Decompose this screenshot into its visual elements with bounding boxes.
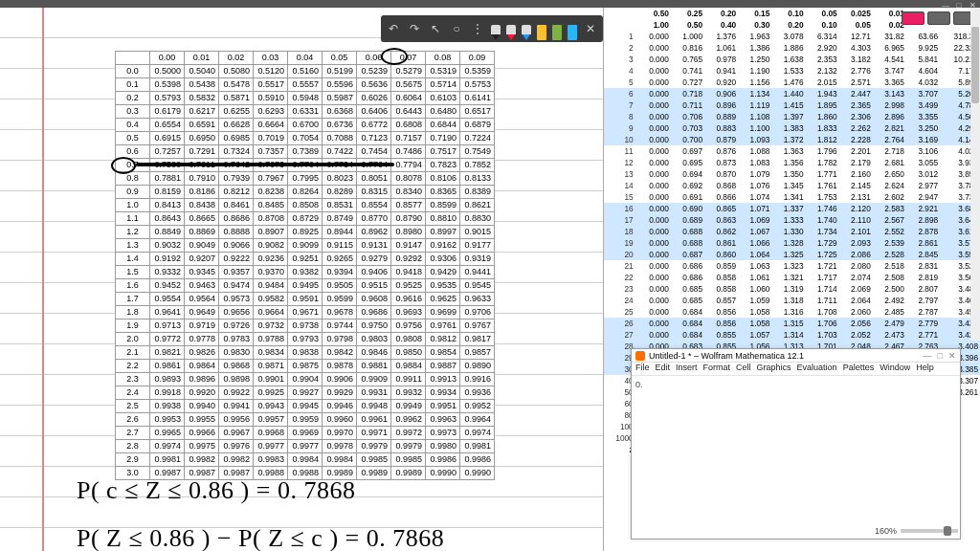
menu-item-palettes[interactable]: Palettes	[843, 363, 875, 375]
menu-item-insert[interactable]: Insert	[676, 363, 698, 375]
z-cell: 0.9989	[391, 467, 426, 480]
r-cell: 4.032	[906, 77, 940, 88]
mathematica-titlebar[interactable]: Untitled-1 * – Wolfram Mathematica 12.1 …	[632, 349, 960, 363]
scrollbar-thumb[interactable]	[971, 27, 979, 103]
z-cell: 0.9625	[426, 293, 460, 306]
z-col-header: 0.04	[288, 52, 323, 65]
highlighter-green[interactable]	[552, 21, 562, 40]
z-cell: 0.9971	[357, 427, 391, 440]
z-cell: 0.8106	[426, 172, 460, 186]
z-row-header: 2.2	[116, 360, 150, 373]
r-cell: 63.66	[906, 31, 940, 42]
z-cell: 0.9934	[426, 386, 460, 400]
z-col-header: 0.05	[323, 52, 357, 65]
z-cell: 0.9945	[288, 400, 323, 413]
vertical-scrollbar[interactable]	[970, 8, 980, 341]
z-cell: 0.9920	[185, 386, 219, 400]
r-cell: 0.000	[637, 249, 671, 260]
math-minimize[interactable]: —	[924, 351, 932, 361]
close-button[interactable]: ✕	[967, 1, 978, 7]
r-cell: 1.721	[806, 260, 839, 272]
z-cell: 0.5120	[254, 65, 288, 78]
menu-item-evaluation[interactable]: Evaluation	[797, 363, 837, 375]
highlighter-blue[interactable]	[568, 21, 577, 40]
r-cell: 0.000	[637, 122, 671, 134]
r-cell: 2.718	[873, 145, 906, 157]
z-cell: 0.6915	[150, 132, 185, 145]
lasso-tool[interactable]: ○	[449, 21, 464, 36]
r-cell: 2.779	[906, 318, 940, 329]
mathematica-notebook[interactable]: 0.	[632, 376, 960, 393]
z-cell: 0.9946	[323, 400, 357, 413]
r-cell: 2.110	[839, 214, 873, 226]
pen-red[interactable]	[506, 21, 516, 40]
z-cell: 0.9678	[323, 306, 357, 320]
mathematica-window[interactable]: Untitled-1 * – Wolfram Mathematica 12.1 …	[631, 348, 961, 540]
minimize-button[interactable]: —	[940, 1, 951, 7]
z-cell: 0.6950	[185, 132, 219, 145]
z-cell: 0.9875	[288, 360, 323, 373]
menu-item-format[interactable]: Format	[703, 363, 731, 375]
undo-button[interactable]: ↶	[386, 21, 401, 36]
z-cell: 0.9972	[391, 427, 426, 440]
z-cell: 0.6443	[391, 105, 426, 119]
z-cell: 0.9929	[323, 386, 357, 400]
zoom-slider[interactable]	[901, 529, 958, 533]
menu-item-window[interactable]: Window	[880, 363, 910, 375]
r-cell: 3.143	[873, 88, 906, 99]
r-cell: 0.686	[671, 260, 704, 272]
z-cell: 0.9834	[254, 346, 288, 360]
r-cell: 1.333	[771, 214, 805, 226]
z-cell: 0.9990	[426, 467, 460, 480]
pointer-tool[interactable]: ↖	[428, 21, 443, 36]
r-cell: 0.700	[671, 134, 704, 145]
r-row-index: 18	[604, 226, 637, 237]
r-cell: 1.711	[806, 295, 839, 306]
color-swatch-button[interactable]	[902, 11, 924, 25]
menu-item-cell[interactable]: Cell	[736, 363, 751, 375]
z-cell: 0.9686	[357, 306, 391, 320]
pen-black[interactable]	[491, 21, 501, 40]
r-cell: 0.868	[704, 180, 738, 191]
z-row-header: 0.2	[116, 92, 150, 105]
close-toolbar-button[interactable]: ✕	[583, 21, 598, 36]
menu-item-graphics[interactable]: Graphics	[757, 363, 791, 375]
z-cell: 0.9750	[357, 320, 391, 333]
drawing-canvas[interactable]: 0.000.010.020.030.040.050.060.070.080.09…	[0, 8, 608, 551]
r-cell: 1.079	[738, 168, 771, 180]
menu-item-edit[interactable]: Edit	[656, 363, 671, 375]
r-cell: 3.499	[906, 99, 940, 111]
handwriting-line-2: P( Z ≤ 0.86 ) − P( Z ≤ c ) = 0. 7868	[77, 524, 444, 551]
r-cell: 0.718	[671, 88, 704, 99]
z-cell: 0.8810	[426, 212, 460, 226]
maximize-button[interactable]: □	[953, 1, 965, 7]
z-cell: 0.8159	[150, 186, 185, 199]
z-cell: 0.9868	[219, 360, 254, 373]
pen-blue[interactable]	[522, 21, 531, 40]
z-cell: 0.9966	[185, 427, 219, 440]
z-cell: 0.8849	[150, 226, 185, 239]
app-titlebar: — □ ✕	[0, 0, 980, 8]
z-cell: 0.9974	[460, 427, 495, 440]
r-hdr1: 0.20	[704, 8, 738, 19]
redo-button[interactable]: ↷	[407, 21, 422, 36]
r-cell: 2.201	[839, 145, 873, 157]
more-tools[interactable]: ⋮	[470, 21, 485, 36]
z-col-header: 0.00	[150, 52, 185, 65]
r-cell: 1.330	[771, 226, 805, 237]
r-cell: 1.746	[806, 203, 839, 214]
math-maximize[interactable]: □	[938, 351, 943, 361]
r-cell: 2.074	[839, 272, 873, 283]
r-cell: 2.479	[873, 318, 906, 329]
mathematica-icon	[635, 351, 645, 361]
menu-item-file[interactable]: File	[635, 363, 650, 375]
dropdown-button-1[interactable]	[927, 11, 950, 25]
r-cell: 1.074	[738, 191, 771, 203]
menu-item-help[interactable]: Help	[916, 363, 934, 375]
z-cell: 0.9931	[357, 386, 391, 400]
r-cell: 1.093	[738, 134, 771, 145]
math-close[interactable]: ✕	[948, 351, 956, 361]
highlighter-yellow[interactable]	[537, 21, 546, 40]
z-cell: 0.9913	[426, 373, 460, 386]
r-cell: 1.782	[806, 157, 839, 168]
